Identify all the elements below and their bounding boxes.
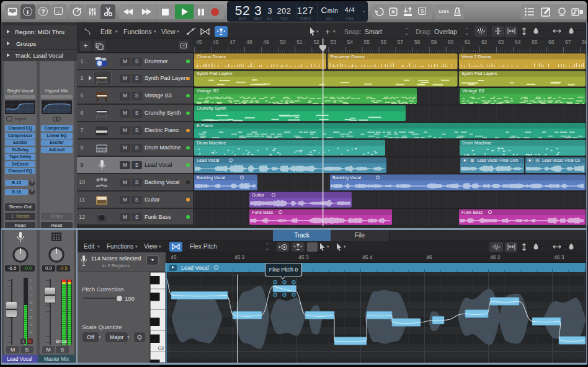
svg-text:Fine Pitch 0: Fine Pitch 0: [269, 267, 298, 273]
svg-text:C3: C3: [158, 345, 164, 351]
